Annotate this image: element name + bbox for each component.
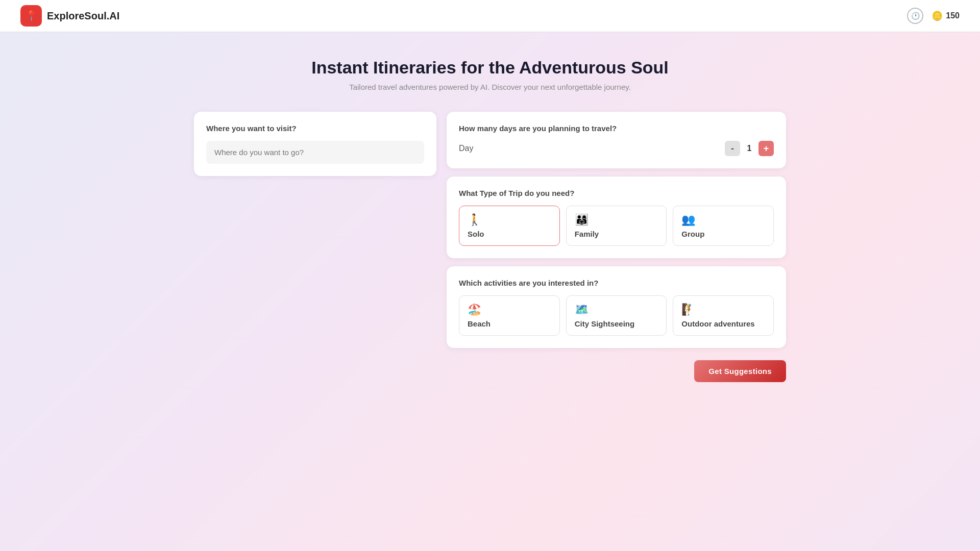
day-counter: - 1 + [725,141,774,156]
header: 📍 ExploreSoul.AI 🕐 🪙 150 [0,0,980,32]
beach-label: Beach [468,319,551,328]
app-title: ExploreSoul.AI [47,10,119,22]
coins-display: 🪙 150 [932,10,960,21]
activities-label: Which activities are you interested in? [459,279,774,287]
trip-type-options: 🚶 Solo 👨‍👩‍👧 Family 👥 Group [459,206,774,246]
trip-type-label: What Type of Trip do you need? [459,189,774,197]
logo-icon: 📍 [20,5,42,27]
outdoor-adventures-label: Outdoor adventures [681,319,765,328]
activities-options: 🏖️ Beach 🗺️ City Sightseeing 🧗 Outdoor a… [459,295,774,336]
header-right: 🕐 🪙 150 [907,8,960,24]
solo-label: Solo [468,230,551,238]
right-column: How many days are you planning to travel… [447,112,786,382]
trip-type-family[interactable]: 👨‍👩‍👧 Family [566,206,667,246]
decrement-day-button[interactable]: - [725,141,740,156]
page-title: Instant Itineraries for the Adventurous … [194,58,786,78]
beach-icon: 🏖️ [468,303,551,316]
activity-outdoor-adventures[interactable]: 🧗 Outdoor adventures [673,295,774,336]
destination-input[interactable] [206,141,424,164]
day-unit-label: Day [459,144,473,153]
trip-type-solo[interactable]: 🚶 Solo [459,206,560,246]
group-label: Group [681,230,765,238]
clock-icon[interactable]: 🕐 [907,8,923,24]
trip-type-group[interactable]: 👥 Group [673,206,774,246]
days-card: How many days are you planning to travel… [447,112,786,168]
family-icon: 👨‍👩‍👧 [575,213,658,227]
cta-row: Get Suggestions [447,360,786,382]
main-content: Instant Itineraries for the Adventurous … [184,32,796,403]
logo-area: 📍 ExploreSoul.AI [20,5,119,27]
days-label: How many days are you planning to travel… [459,124,774,133]
group-icon: 👥 [681,213,765,227]
days-row: Day - 1 + [459,141,774,156]
activity-beach[interactable]: 🏖️ Beach [459,295,560,336]
city-sightseeing-label: City Sightseeing [575,319,658,328]
increment-day-button[interactable]: + [758,141,774,156]
day-count-value: 1 [744,144,754,153]
destination-card: Where you want to visit? [194,112,436,176]
page-subtitle: Tailored travel adventures powered by AI… [194,83,786,91]
solo-icon: 🚶 [468,213,551,227]
form-layout: Where you want to visit? How many days a… [194,112,786,382]
trip-type-card: What Type of Trip do you need? 🚶 Solo 👨‍… [447,177,786,258]
outdoor-adventures-icon: 🧗 [681,303,765,316]
get-suggestions-button[interactable]: Get Suggestions [694,360,786,382]
coin-icon: 🪙 [932,10,943,21]
family-label: Family [575,230,658,238]
activities-card: Which activities are you interested in? … [447,266,786,348]
city-sightseeing-icon: 🗺️ [575,303,658,316]
destination-label: Where you want to visit? [206,124,424,133]
coin-amount: 150 [946,11,960,20]
activity-city-sightseeing[interactable]: 🗺️ City Sightseeing [566,295,667,336]
